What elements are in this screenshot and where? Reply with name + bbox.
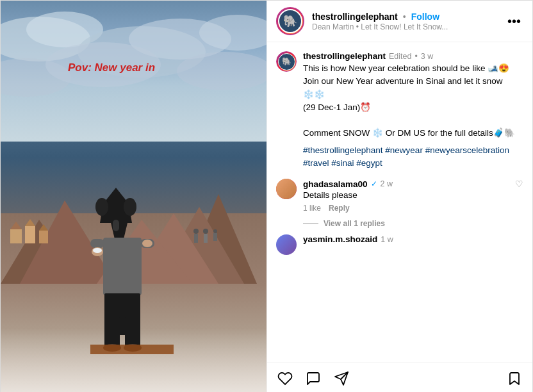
caption-time: 3 w (421, 52, 433, 61)
commenter-1-likes: 1 like (303, 204, 321, 213)
comment-icon (306, 371, 321, 386)
commenter-1-header: ghadasalama00 ✓ 2 w ♡ (303, 179, 523, 189)
svg-rect-32 (104, 316, 120, 348)
caption-header-row: thestrollingelephant Edited • 3 w (303, 51, 523, 61)
svg-rect-18 (39, 231, 48, 243)
huts-svg (7, 216, 84, 255)
header-avatar-inner: 🐘 (278, 9, 302, 33)
commenter-1-meta: 1 like Reply (303, 204, 523, 213)
svg-rect-24 (113, 220, 119, 231)
more-options-button[interactable]: ••• (505, 12, 523, 31)
commenter-1-avatar[interactable] (276, 179, 297, 199)
svg-rect-33 (125, 316, 140, 348)
header-avatar-emoji: 🐘 (283, 14, 297, 28)
caption-dot: • (414, 52, 417, 61)
comments-area[interactable]: 🐘 thestrollingelephant Edited • 3 w This… (267, 42, 532, 363)
caption-avatar-emoji: 🐘 (282, 57, 291, 66)
svg-rect-40 (204, 234, 208, 243)
commenter-1-body: ghadasalama00 ✓ 2 w ♡ Details please 1 l… (303, 179, 523, 213)
svg-point-22 (95, 198, 108, 216)
svg-rect-38 (194, 234, 198, 243)
action-bar (267, 363, 532, 392)
header-top-row: thestrollingelephant • Follow (312, 12, 505, 22)
svg-rect-25 (103, 238, 142, 295)
caption-comment: 🐘 thestrollingelephant Edited • 3 w This… (276, 51, 523, 170)
caption-username[interactable]: thestrollingelephant (303, 51, 386, 61)
caption-body: thestrollingelephant Edited • 3 w This i… (303, 51, 523, 170)
commenter-1-time: 2 w (381, 179, 393, 188)
commenter-2-time: 1 w (381, 235, 393, 244)
svg-rect-16 (25, 226, 35, 243)
share-icon (334, 371, 349, 386)
svg-point-29 (142, 240, 152, 247)
view-replies-button[interactable]: View all 1 replies (324, 219, 385, 228)
bookmark-icon (507, 371, 522, 386)
image-overlay-text: Pov: New year in (68, 61, 155, 74)
commenter-2-body: yasmin.m.shozaid 1 w (303, 234, 523, 255)
svg-rect-36 (90, 345, 174, 354)
header-avatar[interactable]: 🐘 (276, 7, 304, 35)
post-header: 🐘 thestrollingelephant • Follow Dean Mar… (267, 1, 532, 42)
comment-item-1: ghadasalama00 ✓ 2 w ♡ Details please 1 l… (276, 179, 523, 213)
svg-point-39 (203, 229, 208, 234)
comment-item-2: yasmin.m.shozaid 1 w (276, 234, 523, 255)
person-svg (90, 188, 174, 354)
caption-avatar-inner: 🐘 (278, 53, 295, 70)
commenter-2-username[interactable]: yasmin.m.shozaid (303, 234, 377, 244)
comment-button[interactable] (304, 370, 322, 388)
commenter-2-avatar[interactable] (276, 234, 297, 255)
svg-point-30 (93, 248, 102, 253)
follow-button[interactable]: Follow (411, 12, 439, 22)
svg-point-41 (213, 229, 217, 233)
view-replies-line (303, 224, 318, 224)
bookmark-button[interactable] (505, 370, 523, 388)
caption-edited: Edited (389, 52, 411, 61)
commenter-1-reply-button[interactable]: Reply (329, 204, 350, 213)
view-replies-row: View all 1 replies (303, 219, 523, 228)
svg-marker-17 (25, 219, 35, 226)
commenter-1-avatar-img (276, 179, 297, 199)
header-subtitle: Dean Martin • Let It Snow! Let It Snow..… (312, 22, 505, 31)
commenter-1-verified: ✓ (371, 179, 377, 188)
svg-rect-14 (10, 229, 22, 243)
header-dot: • (403, 12, 406, 22)
background-people-svg (190, 226, 254, 252)
commenter-1-like-icon[interactable]: ♡ (515, 179, 523, 189)
post-content-panel: 🐘 thestrollingelephant • Follow Dean Mar… (266, 1, 532, 392)
caption-text: This is how New year celebration should … (303, 62, 523, 140)
caption-avatar[interactable]: 🐘 (276, 51, 297, 72)
commenter-2-header: yasmin.m.shozaid 1 w (303, 234, 523, 244)
header-text-area: thestrollingelephant • Follow Dean Marti… (312, 12, 505, 31)
svg-point-37 (193, 229, 199, 234)
caption-hashtags[interactable]: #thestrollingelephant #newyear #newyears… (303, 144, 523, 170)
like-button[interactable] (276, 370, 294, 388)
like-icon (277, 371, 293, 386)
svg-point-23 (124, 198, 136, 216)
header-username[interactable]: thestrollingelephant (312, 12, 398, 22)
post-image: Pov: New year in (1, 1, 266, 392)
commenter-1-text: Details please (303, 189, 523, 202)
clouds-layer (1, 1, 266, 116)
svg-rect-42 (213, 233, 217, 241)
share-button[interactable] (332, 370, 350, 388)
svg-marker-19 (39, 224, 48, 231)
svg-rect-26 (90, 239, 104, 248)
svg-marker-15 (10, 222, 22, 229)
clouds-svg (1, 1, 266, 116)
commenter-1-username[interactable]: ghadasalama00 (303, 179, 368, 189)
